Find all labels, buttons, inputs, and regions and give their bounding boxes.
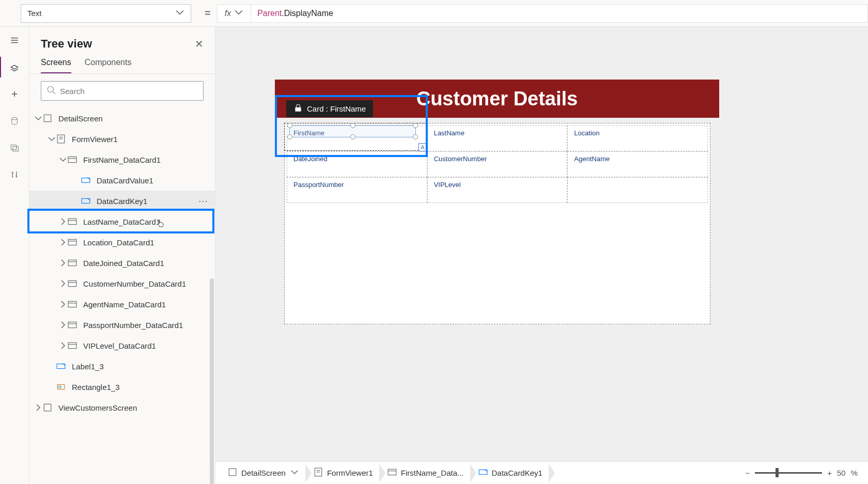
scrollbar[interactable] <box>210 278 214 484</box>
chevron-down-icon[interactable] <box>58 155 68 164</box>
formula-input[interactable]: Parent.DisplayName <box>251 4 868 23</box>
form-viewer[interactable]: FirstName LastName Location DateJoined C… <box>284 123 710 324</box>
svg-rect-14 <box>68 322 76 327</box>
tree-item-formviewer[interactable]: FormViewer1 <box>29 129 215 149</box>
close-icon[interactable]: ✕ <box>195 38 204 50</box>
chevron-down-icon[interactable] <box>34 114 43 123</box>
zoom-in-button[interactable]: + <box>827 469 832 477</box>
field-datejoined[interactable]: DateJoined <box>287 151 427 177</box>
chevron-right-icon[interactable] <box>58 341 68 350</box>
svg-rect-2 <box>13 147 19 151</box>
chevron-right-icon[interactable] <box>58 279 68 288</box>
chevron-down-icon <box>175 8 184 19</box>
tree-item-label: ViewCustomersScreen <box>58 403 137 412</box>
formula-bar: Text = fx Parent.DisplayName <box>0 0 868 27</box>
field-viplevel[interactable]: VIPLevel <box>427 177 568 203</box>
tree-item-firstname-card[interactable]: FirstName_DataCard1 <box>29 149 215 170</box>
left-rail <box>0 27 29 484</box>
settings-icon[interactable] <box>8 168 21 181</box>
canvas-area[interactable]: Customer Details FirstName LastName Loca… <box>215 27 868 484</box>
search-field[interactable] <box>60 87 198 96</box>
tree-item-agentname-card[interactable]: AgentName_DataCard1 <box>29 294 215 315</box>
breadcrumb-detailscreen[interactable]: DetailScreen <box>221 462 306 484</box>
tree-item-label: Label1_3 <box>72 362 104 371</box>
tree-item-datacardkey[interactable]: DataCardKey1 ⋯ <box>29 191 215 211</box>
tree-view-title: Tree view <box>41 37 92 51</box>
data-icon[interactable] <box>8 115 21 127</box>
media-icon[interactable] <box>8 142 21 154</box>
tree-item-label: Location_DataCard1 <box>83 238 154 247</box>
card-icon <box>68 341 79 350</box>
form-icon <box>56 134 68 144</box>
zoom-slider[interactable] <box>755 472 822 474</box>
chevron-right-icon[interactable] <box>34 403 43 412</box>
chevron-down-icon[interactable] <box>47 134 56 144</box>
chevron-right-icon[interactable] <box>58 217 68 226</box>
search-icon <box>47 85 56 97</box>
tree-item-label: FirstName_DataCard1 <box>83 155 161 164</box>
tab-components[interactable]: Components <box>85 58 132 73</box>
chevron-right-icon[interactable] <box>58 238 68 247</box>
tree-item-datejoined-card[interactable]: DateJoined_DataCard1 <box>29 253 215 273</box>
zoom-out-button[interactable]: − <box>745 469 750 477</box>
tree-item-viplevel-card[interactable]: VIPLevel_DataCard1 <box>29 335 215 356</box>
breadcrumb-bar: DetailScreen FormViewer1 FirstName_Data.… <box>215 461 868 484</box>
tree-item-label: DataCardValue1 <box>97 176 153 185</box>
svg-rect-6 <box>68 157 76 162</box>
svg-rect-11 <box>68 260 76 266</box>
tab-screens[interactable]: Screens <box>41 58 71 73</box>
accessibility-badge: A <box>419 143 427 151</box>
lock-icon <box>293 103 303 114</box>
property-selector-label: Text <box>27 9 42 18</box>
field-location[interactable]: Location <box>567 126 708 151</box>
selected-key-label[interactable] <box>289 125 416 137</box>
tree-view-panel: Tree view ✕ Screens Components DetailScr… <box>29 27 215 484</box>
search-input[interactable] <box>41 81 204 101</box>
more-icon[interactable]: ⋯ <box>198 195 209 207</box>
label-icon <box>56 362 68 371</box>
svg-point-3 <box>48 86 53 92</box>
tree-item-passportnumber-card[interactable]: PassportNumber_DataCard1 <box>29 315 215 335</box>
zoom-controls: − + 50 % <box>745 469 863 477</box>
tree-item-viewcustomers[interactable]: ViewCustomersScreen <box>29 397 215 418</box>
field-agentname[interactable]: AgentName <box>567 151 708 177</box>
tree-item-rectangle1-3[interactable]: Rectangle1_3 <box>29 377 215 397</box>
breadcrumb-label: FirstName_Data... <box>401 469 464 477</box>
chevron-down-icon[interactable] <box>290 467 299 478</box>
property-selector[interactable]: Text <box>21 4 191 23</box>
tree-view-icon[interactable] <box>8 61 21 73</box>
breadcrumb-datacardkey[interactable]: DataCardKey1 <box>471 462 550 484</box>
tree-item-detailscreen[interactable]: DetailScreen <box>29 108 215 129</box>
field-passportnumber[interactable]: PassportNumber <box>287 177 427 203</box>
tree-items: DetailScreen FormViewer1 FirstName_DataC… <box>29 108 215 484</box>
field-customernumber[interactable]: CustomerNumber <box>427 151 568 177</box>
tree-item-customernumber-card[interactable]: CustomerNumber_DataCard1 <box>29 273 215 294</box>
breadcrumb-formviewer[interactable]: FormViewer1 <box>306 462 380 484</box>
card-icon <box>68 155 79 164</box>
insert-icon[interactable] <box>8 88 21 100</box>
svg-rect-23 <box>388 469 396 475</box>
tree-item-label1-3[interactable]: Label1_3 <box>29 356 215 377</box>
svg-rect-20 <box>295 107 301 112</box>
svg-point-18 <box>59 386 61 388</box>
tree-item-lastname-card[interactable]: LastName_DataCard1 <box>29 211 215 232</box>
chevron-right-icon[interactable] <box>58 320 68 330</box>
fx-button[interactable]: fx <box>217 4 251 23</box>
svg-rect-4 <box>44 115 51 122</box>
chevron-right-icon[interactable] <box>58 258 68 268</box>
tree-item-label: PassportNumber_DataCard1 <box>83 321 183 330</box>
tree-item-label: CustomerNumber_DataCard1 <box>83 279 186 288</box>
svg-rect-1 <box>11 145 17 150</box>
zoom-value: 50 <box>837 469 846 477</box>
hamburger-icon[interactable] <box>8 34 21 46</box>
chevron-right-icon[interactable] <box>58 300 68 309</box>
svg-rect-13 <box>68 301 76 307</box>
tree-item-label: AgentName_DataCard1 <box>83 300 166 309</box>
tree-item-location-card[interactable]: Location_DataCard1 <box>29 232 215 253</box>
breadcrumb-label: DetailScreen <box>241 469 286 477</box>
field-lastname[interactable]: LastName <box>427 126 568 151</box>
zoom-percent: % <box>851 469 858 477</box>
breadcrumb-firstname-card[interactable]: FirstName_Data... <box>380 462 471 484</box>
formula-property: .DisplayName <box>282 9 333 18</box>
tree-item-datacardvalue[interactable]: DataCardValue1 <box>29 170 215 191</box>
